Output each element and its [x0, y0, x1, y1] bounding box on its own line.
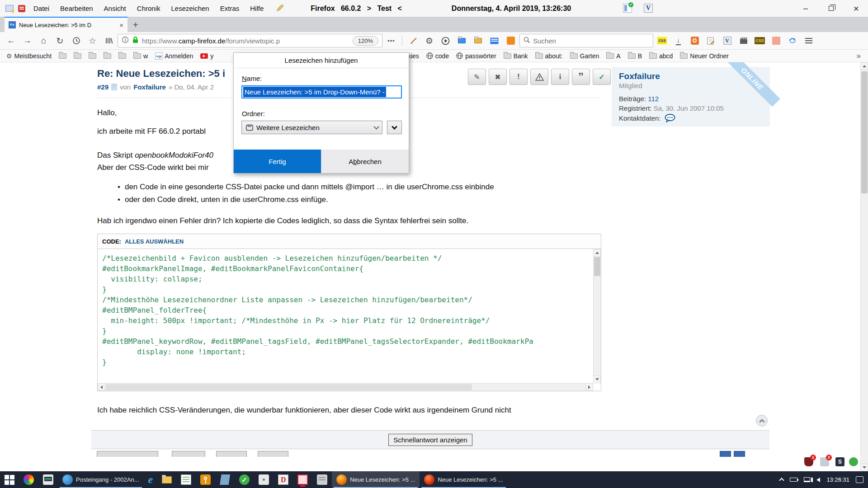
play-circle-icon[interactable]	[438, 34, 453, 47]
green-status-icon[interactable]	[849, 457, 858, 466]
taskbar-red-monitor[interactable]	[293, 471, 312, 488]
posts-count-link[interactable]: 112	[648, 95, 659, 103]
code-vertical-scrollbar[interactable]	[593, 249, 601, 383]
back-button[interactable]: ←	[4, 34, 19, 47]
bookmark-folder-b[interactable]: B	[628, 52, 642, 60]
bookmark-folder-icon[interactable]	[104, 53, 111, 59]
select-all-link[interactable]: ALLES AUSWÄHLEN	[125, 238, 184, 245]
start-button[interactable]	[0, 471, 19, 488]
new-tab-button[interactable]: +	[127, 18, 144, 32]
css-yellow-addon-icon[interactable]: css	[655, 34, 670, 47]
menu-bearbeiten[interactable]: Bearbeiten	[55, 0, 99, 17]
bookmark-folder-icon[interactable]	[118, 53, 126, 59]
orange-addon-icon[interactable]	[503, 34, 518, 47]
quote-button[interactable]: ”	[572, 69, 590, 85]
scroll-down-arrow[interactable]	[860, 464, 868, 471]
taskbar-firefox-window-1[interactable]: Neue Lesezeichen: >5 ...	[332, 471, 420, 488]
v-addon-icon[interactable]: V	[720, 34, 735, 47]
taskbar-color-app[interactable]	[19, 471, 38, 488]
information-button[interactable]: i	[551, 69, 569, 85]
taskbar-monitor-app[interactable]	[38, 471, 58, 488]
hamburger-menu-icon[interactable]	[801, 34, 816, 47]
calendar-check-icon[interactable]: ✓	[623, 4, 632, 13]
taskbar-thunderbird-window[interactable]: Posteingang - 2002An...	[58, 471, 144, 488]
gear-icon[interactable]: ⚙	[422, 34, 437, 47]
bookmark-folder-bank[interactable]: Bank	[504, 52, 528, 60]
menu-lesezeichen[interactable]: Lesezeichen	[165, 0, 214, 17]
bookmark-folder-icon[interactable]	[74, 53, 81, 59]
window-table-icon[interactable]	[487, 34, 502, 47]
bookmark-passwoerter[interactable]: passwörter	[456, 52, 496, 60]
accept-button[interactable]: ✓	[593, 69, 611, 85]
bookmark-folder-about[interactable]: about:	[535, 52, 563, 60]
bookmark-code[interactable]: code	[426, 52, 449, 60]
bookmark-folder-icon[interactable]	[89, 53, 96, 59]
css-dark-addon-icon[interactable]: CSS	[752, 34, 767, 47]
bookmark-youtube[interactable]: y	[200, 52, 213, 60]
library-icon[interactable]	[101, 34, 116, 47]
report-post-button[interactable]: !	[509, 69, 528, 85]
restore-button[interactable]	[819, 0, 843, 17]
code-content[interactable]: /*Lesezeichenbild + Favicon ausblenden -…	[98, 249, 593, 383]
speaker-icon[interactable]	[816, 478, 820, 482]
scroll-up-arrow[interactable]	[593, 249, 601, 257]
search-input[interactable]	[533, 37, 637, 45]
site-info-icon[interactable]	[122, 36, 129, 45]
scroll-to-top-button[interactable]	[756, 415, 768, 427]
quick-reply-button[interactable]: Schnellantwort anzeigen	[388, 434, 472, 446]
folder-tree-expander-button[interactable]	[387, 121, 402, 134]
bookmarks-overflow-button[interactable]: »	[857, 52, 863, 61]
search-bar[interactable]	[519, 34, 653, 47]
bookmark-folder-w[interactable]: w	[133, 52, 148, 60]
bookmark-folder-neuer-ordner[interactable]: Neuer Ordner	[680, 52, 729, 60]
done-button[interactable]: Fertig	[234, 150, 321, 173]
battery-icon[interactable]	[790, 478, 797, 482]
home-button[interactable]: ⌂	[36, 34, 51, 47]
export-folder-icon[interactable]	[471, 34, 486, 47]
bookmark-name-input[interactable]: Neue Lesezeichen: >5 im Drop-Down-Menü? …	[241, 85, 402, 99]
sticky-note-addon-icon[interactable]	[769, 34, 783, 47]
tray-expand-icon[interactable]	[779, 478, 784, 483]
message-bubble-icon[interactable]	[665, 114, 675, 122]
taskbar-d-app[interactable]: D	[274, 471, 293, 488]
url-bar[interactable]: https://www.camp-firefox.de/forum/viewto…	[118, 34, 382, 47]
cutoff-button[interactable]	[258, 451, 288, 457]
sync-swoosh-addon-icon[interactable]	[785, 34, 800, 47]
scroll-down-arrow[interactable]	[593, 375, 601, 383]
forward-button[interactable]: →	[20, 34, 35, 47]
scroll-left-arrow[interactable]	[98, 383, 105, 391]
menu-chronik[interactable]: Chronik	[132, 0, 166, 17]
cutoff-button[interactable]	[216, 451, 247, 457]
cutoff-blue-button[interactable]	[734, 451, 745, 457]
note-pencil-addon-icon[interactable]	[703, 34, 718, 47]
bookmark-folder-a[interactable]: A	[606, 52, 620, 60]
bookmark-folder-abcd[interactable]: abcd	[649, 52, 673, 60]
taskbar-explorer[interactable]	[157, 471, 176, 488]
menu-hilfe[interactable]: Hilfe	[245, 0, 269, 17]
edit-post-button[interactable]: ✎	[468, 69, 486, 85]
menu-datei[interactable]: Datei	[28, 0, 55, 17]
orange-ring-addon-icon[interactable]	[687, 34, 702, 47]
scrollbar-thumb[interactable]	[861, 71, 868, 193]
folder-dropdown[interactable]: Weitere Lesezeichen	[241, 121, 382, 134]
cancel-button[interactable]: Abbrechen	[321, 150, 409, 173]
bookmark-folder-garten[interactable]: Garten	[570, 52, 599, 60]
scroll-up-arrow[interactable]	[860, 62, 868, 70]
zoom-level-badge[interactable]: 120%	[353, 36, 378, 46]
close-window-button[interactable]: ×	[844, 0, 868, 17]
page-scrollbar[interactable]	[860, 62, 868, 471]
reload-button[interactable]: ↻	[52, 34, 67, 47]
tab-close-icon[interactable]: ×	[119, 21, 123, 29]
taskbar-clock[interactable]: 13:26:31	[826, 476, 849, 483]
taskbar-keepass[interactable]	[196, 471, 215, 488]
bookmark-anmelden[interactable]: wpAnmelden	[155, 52, 193, 60]
notification-icon[interactable]: 2	[820, 457, 829, 466]
blue-folder-icon[interactable]	[454, 34, 469, 47]
taskbar-green-check[interactable]: ✓	[235, 471, 254, 488]
paintbrush-icon[interactable]	[406, 34, 420, 47]
download-icon[interactable]: ↓	[671, 34, 686, 47]
action-center-icon[interactable]	[856, 476, 863, 483]
minimize-button[interactable]: –	[794, 0, 817, 17]
bookmark-meistbesucht[interactable]: ⚙Meistbesucht	[6, 52, 52, 60]
menu-extras[interactable]: Extras	[215, 0, 245, 17]
